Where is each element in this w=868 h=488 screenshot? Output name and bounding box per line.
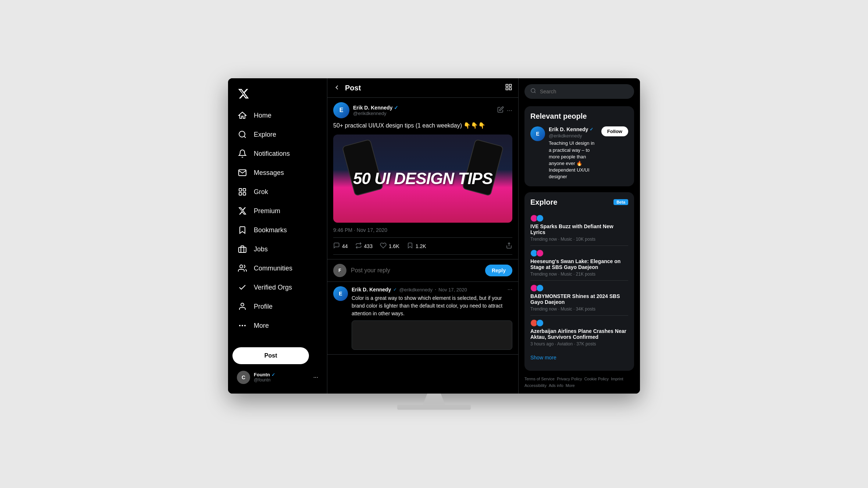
svg-rect-3 (239, 193, 242, 195)
sidebar-item-more[interactable]: More (232, 316, 323, 335)
svg-point-8 (242, 325, 243, 326)
share-stat[interactable] (506, 242, 512, 250)
trend-avatar (536, 284, 544, 292)
layout-icon[interactable] (505, 83, 512, 92)
trend-item-1[interactable]: IVE Sparks Buzz with Defiant New Lyrics … (530, 211, 628, 246)
svg-point-16 (531, 89, 535, 93)
sidebar-item-jobs-label: Jobs (254, 245, 268, 253)
svg-rect-11 (506, 85, 508, 87)
bookmark-stat[interactable]: 1.2K (407, 242, 426, 250)
edit-icon[interactable] (497, 106, 504, 114)
sidebar-item-jobs[interactable]: Jobs (232, 240, 323, 258)
tweet-top-actions: ··· (497, 106, 512, 114)
retweet-stat[interactable]: 433 (355, 242, 373, 250)
sidebar-item-verified-orgs[interactable]: Verified Orgs (232, 278, 323, 297)
beta-badge: Beta (613, 199, 628, 205)
person-icon (238, 302, 247, 311)
trend-meta-1: Trending now · Music · 10K posts (530, 237, 628, 242)
tweet-image: 50 UI DESIGN TIPS (333, 134, 512, 223)
trend-title-3: BABYMONSTER Shines at 2024 SBS Gayo Daej… (530, 293, 628, 305)
trend-avatars-4 (530, 319, 628, 327)
post-button[interactable]: Post (232, 347, 309, 364)
sidebar-item-communities-label: Communities (254, 265, 292, 272)
search-icon (530, 88, 536, 95)
sidebar-item-communities[interactable]: Communities (232, 259, 323, 277)
sidebar-item-premium[interactable]: Premium (232, 202, 323, 220)
relevant-verified-icon: ✓ (590, 127, 593, 132)
trend-item-3[interactable]: BABYMONSTER Shines at 2024 SBS Gayo Daej… (530, 281, 628, 316)
trend-meta-2: Trending now · Music · 21K posts (530, 272, 628, 277)
svg-rect-12 (509, 85, 512, 87)
trend-item-2[interactable]: Heeseung's Swan Lake: Elegance on Stage … (530, 246, 628, 281)
sidebar-item-notifications-label: Notifications (254, 150, 290, 158)
back-button[interactable] (333, 84, 341, 92)
svg-point-10 (239, 325, 240, 326)
explore-card: Explore Beta IVE Sparks Buzz with Defian… (524, 192, 634, 371)
trend-title-4: Azerbaijan Airlines Plane Crashes Near A… (530, 328, 628, 340)
sidebar-item-home[interactable]: Home (232, 106, 323, 125)
trend-item-4[interactable]: Azerbaijan Airlines Plane Crashes Near A… (530, 316, 628, 350)
footer-link-tos[interactable]: Terms of Service (524, 377, 555, 381)
sidebar-item-messages[interactable]: Messages (232, 164, 323, 182)
explore-title: Explore (530, 198, 557, 207)
show-more-link[interactable]: Show more (530, 350, 628, 365)
reply-avatar: F (333, 264, 346, 277)
reply-stat[interactable]: 44 (333, 242, 348, 250)
footer-link-adsinfo[interactable]: Ads info (549, 383, 563, 388)
reply-button[interactable]: Reply (485, 265, 512, 276)
bookmark-stat-icon (407, 242, 413, 250)
relevant-person-info: Erik D. Kennedy ✓ @erikdkennedy Teaching… (549, 126, 598, 180)
verified-icon: ✓ (271, 372, 275, 377)
layout-icon-svg (505, 83, 512, 91)
right-sidebar: Relevant people E Erik D. Kennedy ✓ @eri… (519, 78, 640, 393)
trend-avatars-2 (530, 250, 628, 257)
search-input[interactable] (540, 89, 628, 94)
footer-link-more[interactable]: More (566, 383, 575, 388)
post-header: Post (327, 78, 518, 98)
tweet-menu-icon[interactable]: ··· (507, 107, 512, 114)
comment-menu-icon[interactable]: ··· (508, 286, 512, 293)
trend-meta-4: 3 hours ago · Aviation · 37K posts (530, 341, 628, 347)
sidebar-item-grok[interactable]: Grok (232, 183, 323, 201)
svg-rect-5 (239, 247, 246, 252)
tweet-author-avatar: E (333, 102, 349, 118)
comment-verified-icon: ✓ (393, 287, 397, 292)
footer-link-cookie[interactable]: Cookie Policy (584, 377, 609, 381)
footer-link-privacy[interactable]: Privacy Policy (557, 377, 582, 381)
sidebar-item-explore[interactable]: Explore (232, 125, 323, 144)
trend-title-2: Heeseung's Swan Lake: Elegance on Stage … (530, 258, 628, 270)
reply-box: F Reply (327, 259, 518, 282)
user-info: Fountn ✓ @fountn (254, 372, 310, 383)
sidebar-item-bookmarks[interactable]: Bookmarks (232, 221, 323, 239)
sidebar-item-notifications[interactable]: Notifications (232, 144, 323, 163)
sidebar-nav: Home Explore Notifications (232, 106, 323, 341)
comment-author-handle: @erikdkennedy (399, 287, 433, 293)
relevant-people-card: Relevant people E Erik D. Kennedy ✓ @eri… (524, 106, 634, 186)
comment-tweet: E Erik D. Kennedy ✓ @erikdkennedy · Nov … (327, 282, 518, 355)
author-verified-icon: ✓ (394, 105, 398, 111)
footer-link-imprint[interactable]: Imprint (611, 377, 623, 381)
tweet-author-handle: @erikdkennedy (353, 111, 494, 116)
verified-orgs-icon (238, 283, 247, 292)
trend-avatar (536, 250, 544, 257)
follow-button[interactable]: Follow (601, 126, 628, 136)
user-profile[interactable]: C Fountn ✓ @fountn ··· (232, 367, 323, 388)
sidebar-logo[interactable] (232, 84, 323, 105)
sidebar-item-home-label: Home (254, 112, 271, 119)
trend-avatar (536, 215, 544, 222)
comment-image-preview (352, 320, 512, 350)
trend-avatars-3 (530, 284, 628, 292)
main-tweet: E Erik D. Kennedy ✓ @erikdkennedy (327, 98, 518, 259)
relevant-people-title: Relevant people (530, 112, 628, 121)
reply-input[interactable] (351, 267, 481, 274)
like-stat[interactable]: 1.6K (380, 242, 399, 250)
svg-rect-2 (243, 189, 246, 191)
svg-rect-4 (243, 193, 246, 195)
communities-icon (238, 263, 247, 273)
mail-icon (238, 168, 247, 177)
stand-neck (423, 394, 445, 405)
footer-link-accessibility[interactable]: Accessibility (524, 383, 547, 388)
sidebar-item-profile[interactable]: Profile (232, 297, 323, 316)
sidebar-item-explore-label: Explore (254, 131, 276, 139)
grok-icon (238, 187, 247, 197)
